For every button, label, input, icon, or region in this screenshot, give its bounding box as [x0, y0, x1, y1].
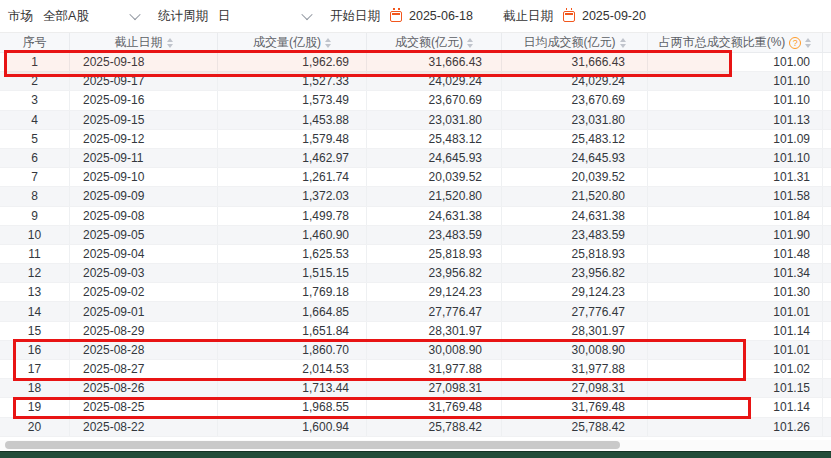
- table-row[interactable]: 72025-09-101,261.7420,039.5220,039.52101…: [0, 168, 831, 187]
- table-cell: 24,645.93: [502, 149, 648, 167]
- table-cell: 1,515.15: [218, 264, 367, 282]
- table-cell: 1,527.33: [218, 72, 367, 90]
- column-header-5[interactable]: 占两市总成交额比重(%)?: [648, 33, 823, 52]
- table-row[interactable]: 112025-09-041,625.5325,818.9325,818.9310…: [0, 245, 831, 264]
- market-select[interactable]: 全部A股: [43, 8, 143, 25]
- table-row[interactable]: 142025-09-011,664.8527,776.4727,776.4710…: [0, 302, 831, 321]
- table-row[interactable]: 32025-09-161,573.4923,670.6923,670.69101…: [0, 91, 831, 110]
- table-row[interactable]: 12025-09-181,962.6931,666.4331,666.43101…: [0, 53, 831, 72]
- market-label: 市场: [8, 8, 33, 25]
- table-cell: 101.10: [648, 149, 823, 167]
- table-cell: 2,014.53: [218, 360, 367, 378]
- table-cell-spacer: [823, 283, 831, 301]
- table-cell: 1,664.85: [218, 302, 367, 320]
- table-cell: 5: [0, 130, 70, 148]
- table-cell: 2025-09-09: [70, 187, 218, 205]
- table-cell: 1,499.78: [218, 207, 367, 225]
- sort-icon[interactable]: [805, 38, 811, 48]
- table-cell: 18: [0, 379, 70, 397]
- horizontal-scrollbar[interactable]: [0, 440, 831, 450]
- table-cell-spacer: [823, 53, 831, 71]
- table-cell: 28,301.97: [367, 322, 502, 340]
- table-cell: 1,651.84: [218, 322, 367, 340]
- table-cell: 25,818.93: [502, 245, 648, 263]
- table-row[interactable]: 102025-09-051,460.9023,483.5923,483.5910…: [0, 226, 831, 245]
- column-label: 成交额(亿元): [395, 34, 463, 51]
- table-cell: 10: [0, 226, 70, 244]
- table-row[interactable]: 22025-09-171,527.3324,029.2424,029.24101…: [0, 72, 831, 91]
- table-cell: 31,977.88: [367, 360, 502, 378]
- column-header-4[interactable]: 日均成交额(亿元): [502, 33, 648, 52]
- start-date-picker[interactable]: 2025-06-18: [390, 9, 473, 23]
- table-cell: 1,573.49: [218, 91, 367, 109]
- table-row[interactable]: 152025-08-291,651.8428,301.9728,301.9710…: [0, 322, 831, 341]
- table-cell: 25,788.42: [502, 418, 648, 436]
- sort-icon[interactable]: [325, 38, 331, 48]
- table-cell: 2025-08-26: [70, 379, 218, 397]
- table-cell: 101.09: [648, 130, 823, 148]
- table-cell-spacer: [823, 91, 831, 109]
- table-row[interactable]: 122025-09-031,515.1523,956.8223,956.8210…: [0, 264, 831, 283]
- period-label: 统计周期: [158, 8, 208, 25]
- column-header-0: 序号: [0, 33, 70, 52]
- table-cell: 101.48: [648, 245, 823, 263]
- table-cell: 24,029.24: [367, 72, 502, 90]
- table-row[interactable]: 172025-08-272,014.5331,977.8831,977.8810…: [0, 360, 831, 379]
- table-cell: 23,483.59: [367, 226, 502, 244]
- table-body: 12025-09-181,962.6931,666.4331,666.43101…: [0, 53, 831, 437]
- period-select-value: 日: [218, 8, 231, 25]
- table-cell: 1,860.70: [218, 341, 367, 359]
- table-row[interactable]: 182025-08-261,713.4427,098.3127,098.3110…: [0, 379, 831, 398]
- table-cell: 101.14: [648, 398, 823, 416]
- table-cell: 2025-09-11: [70, 149, 218, 167]
- table-row[interactable]: 162025-08-281,860.7030,008.9030,008.9010…: [0, 341, 831, 360]
- column-header-1[interactable]: 截止日期: [70, 33, 218, 52]
- table-cell: 101.10: [648, 91, 823, 109]
- period-select[interactable]: 日: [218, 8, 315, 25]
- help-icon[interactable]: ?: [789, 37, 801, 49]
- table-cell: 2025-08-27: [70, 360, 218, 378]
- table-cell: 2025-09-17: [70, 72, 218, 90]
- table-cell: 2: [0, 72, 70, 90]
- table-cell: 1,460.90: [218, 226, 367, 244]
- table-cell: 21,520.80: [367, 187, 502, 205]
- sort-icon[interactable]: [620, 38, 626, 48]
- table-cell: 2025-08-28: [70, 341, 218, 359]
- start-date-label: 开始日期: [330, 8, 380, 25]
- table-cell-spacer: [823, 398, 831, 416]
- table-cell-spacer: [823, 168, 831, 186]
- table-row[interactable]: 62025-09-111,462.9724,645.9324,645.93101…: [0, 149, 831, 168]
- table-cell: 9: [0, 207, 70, 225]
- sort-icon[interactable]: [167, 38, 173, 48]
- table-cell: 24,645.93: [367, 149, 502, 167]
- table-cell: 7: [0, 168, 70, 186]
- table-row[interactable]: 92025-09-081,499.7824,631.3824,631.38101…: [0, 207, 831, 226]
- bottom-edge-bar: [0, 451, 831, 458]
- column-header-2[interactable]: 成交量(亿股): [218, 33, 367, 52]
- table-row[interactable]: 132025-09-021,769.1829,124.2329,124.2310…: [0, 283, 831, 302]
- table-row[interactable]: 52025-09-121,579.4825,483.1225,483.12101…: [0, 130, 831, 149]
- table-cell: 27,098.31: [367, 379, 502, 397]
- scrollbar-thumb[interactable]: [5, 441, 620, 449]
- table-cell: 27,776.47: [367, 302, 502, 320]
- table-cell: 23,670.69: [502, 91, 648, 109]
- table-cell: 23,483.59: [502, 226, 648, 244]
- table-cell: 24,029.24: [502, 72, 648, 90]
- table-cell: 29,124.23: [502, 283, 648, 301]
- table-cell: 101.90: [648, 226, 823, 244]
- table-row[interactable]: 42025-09-151,453.8823,031.8023,031.80101…: [0, 111, 831, 130]
- sort-icon[interactable]: [467, 38, 473, 48]
- table-cell: 23,031.80: [367, 111, 502, 129]
- table-cell-spacer: [823, 379, 831, 397]
- table-row[interactable]: 202025-08-221,600.9425,788.4225,788.4210…: [0, 418, 831, 437]
- chevron-down-icon: [129, 9, 140, 20]
- table-row[interactable]: 82025-09-091,372.0321,520.8021,520.80101…: [0, 187, 831, 206]
- table-cell: 1,968.55: [218, 398, 367, 416]
- table-cell: 101.84: [648, 207, 823, 225]
- end-date-picker[interactable]: 2025-09-20: [563, 9, 646, 23]
- table-row[interactable]: 192025-08-251,968.5531,769.4831,769.4810…: [0, 398, 831, 417]
- table-cell: 1,600.94: [218, 418, 367, 436]
- column-label: 截止日期: [115, 34, 163, 51]
- column-header-3[interactable]: 成交额(亿元): [367, 33, 502, 52]
- table-cell: 101.34: [648, 264, 823, 282]
